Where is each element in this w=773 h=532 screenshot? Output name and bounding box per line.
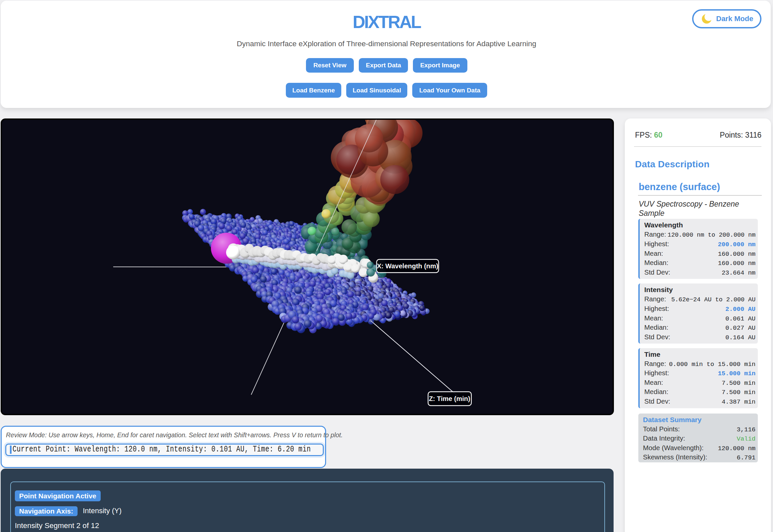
svg-text:X: Wavelength (nm): X: Wavelength (nm) xyxy=(377,262,438,270)
svg-text:Z: Time (min): Z: Time (min) xyxy=(429,395,470,402)
